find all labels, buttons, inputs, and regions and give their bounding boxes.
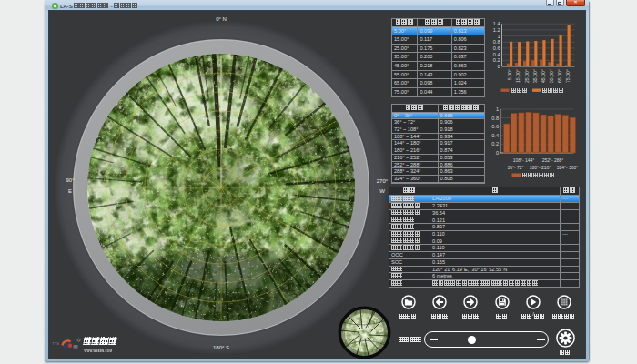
svg-text:0.8: 0.8 xyxy=(491,116,499,121)
svg-text:65.00°: 65.00° xyxy=(557,69,562,83)
svg-text:15.00°: 15.00° xyxy=(515,69,521,83)
svg-text:108°- 144°: 108°- 144° xyxy=(513,157,535,163)
svg-text:75.00°: 75.00° xyxy=(565,69,571,83)
svg-text:35.00°: 35.00° xyxy=(532,69,538,83)
svg-text:45.00°: 45.00° xyxy=(541,69,546,83)
svg-text:252°- 288°: 252°- 288° xyxy=(542,157,564,163)
svg-text:1: 1 xyxy=(496,106,499,112)
svg-text:0.2: 0.2 xyxy=(491,141,499,147)
svg-text:0: 0 xyxy=(497,64,500,69)
svg-text:324°- 360°: 324°- 360° xyxy=(557,165,579,170)
svg-text:0.4: 0.4 xyxy=(493,52,500,57)
svg-text:55.00°: 55.00° xyxy=(549,69,554,83)
svg-text:180°- 216°: 180°- 216° xyxy=(530,165,551,170)
svg-text:0.6: 0.6 xyxy=(493,46,500,51)
svg-text:0.4: 0.4 xyxy=(491,133,499,138)
svg-text:0: 0 xyxy=(496,150,499,156)
svg-text:1.4: 1.4 xyxy=(493,21,500,26)
svg-text:0.8: 0.8 xyxy=(493,39,500,45)
svg-text:0.2: 0.2 xyxy=(493,57,500,63)
svg-text:1: 1 xyxy=(497,34,500,39)
svg-text:1.2: 1.2 xyxy=(493,27,500,33)
svg-text:TTS: TTS xyxy=(52,341,59,346)
svg-text:25.00°: 25.00° xyxy=(524,69,530,83)
svg-text:5.00°: 5.00° xyxy=(507,69,512,80)
svg-text:0.6: 0.6 xyxy=(491,124,499,129)
svg-text:36°- 72°: 36°- 72° xyxy=(507,165,523,170)
